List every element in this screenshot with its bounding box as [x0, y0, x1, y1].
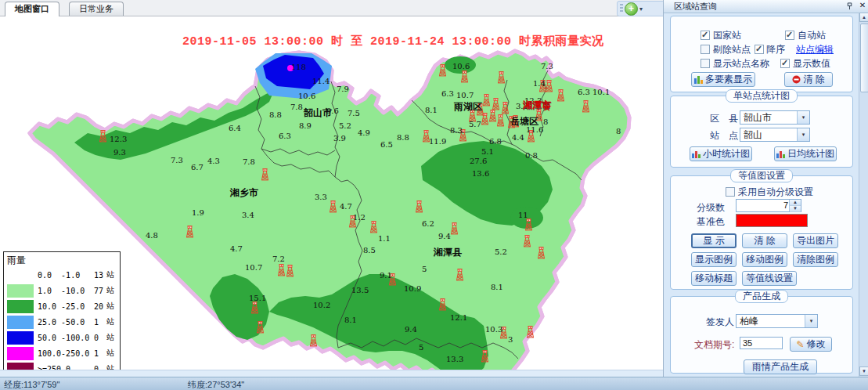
- bar-chart-icon: [776, 150, 785, 158]
- contour-line-settings-button[interactable]: 等值线设置: [742, 271, 797, 286]
- base-color-label: 基准色: [697, 215, 725, 229]
- tab-map-window[interactable]: 地图窗口: [5, 2, 59, 16]
- product-generation-group: 产品生成 签发人 柏峰 ▾ 文档期号: ✎ 修改 雨情产品生成: [670, 296, 853, 374]
- move-legend-button[interactable]: 移动图例: [742, 252, 787, 267]
- legend-title: 雨量: [7, 254, 120, 267]
- legend-row: 1.0 -10.077站: [7, 283, 120, 298]
- daily-chart-button[interactable]: 日均统计图: [774, 146, 837, 161]
- rain-band-25-50: [255, 53, 332, 99]
- display-button[interactable]: 显 示: [691, 233, 737, 248]
- legend-row: 10.0 -25.020站: [7, 298, 120, 314]
- spin-up-icon: ▲: [790, 200, 801, 206]
- legend-swatch: [7, 284, 34, 298]
- station-edit-link[interactable]: 站点编辑: [796, 43, 834, 56]
- legend-row: 0.0 -1.013站: [7, 267, 120, 283]
- spin-down-icon: ▼: [790, 206, 801, 212]
- legend-row: 25.0 -50.01站: [7, 314, 120, 330]
- panel-header: 区域站查询 ✕: [664, 0, 868, 13]
- doc-number-input[interactable]: [740, 337, 783, 349]
- label-auto-station: 自动站: [798, 29, 826, 42]
- pencil-icon: ✎: [796, 339, 804, 350]
- rain-point-100-250: [287, 65, 294, 71]
- label-exclude-station: 剔除站点: [713, 43, 751, 56]
- checkbox-descending[interactable]: [755, 45, 764, 54]
- county-select[interactable]: 韶山市 ▾: [740, 110, 810, 125]
- tab-bar: 地图窗口 日常业务: [0, 0, 663, 16]
- grading-count-stepper[interactable]: 7 ▲ ▼: [736, 199, 801, 212]
- legend-swatch: [7, 269, 34, 282]
- scroll-up-icon[interactable]: ▲: [859, 13, 868, 22]
- county-label: 区 县: [710, 112, 738, 125]
- app-window: 2019-11-05 13:00:00 时 至 2019-11-24 13:00…: [0, 0, 868, 390]
- status-bar: 经度:113°7'59" 纬度:27°53'34": [0, 377, 868, 390]
- multi-element-icon: [694, 75, 703, 84]
- base-color-swatch[interactable]: [736, 214, 808, 227]
- issuer-label: 签发人: [706, 316, 734, 329]
- add-layer-button[interactable]: +: [625, 2, 638, 16]
- clear-legend-button[interactable]: 清除图例: [793, 252, 838, 267]
- map-title: 2019-11-05 13:00:00 时 至 2019-11-24 13:00…: [182, 34, 604, 49]
- station-select[interactable]: 韶山 ▾: [740, 128, 810, 142]
- checkbox-show-station-name[interactable]: [701, 59, 710, 68]
- modify-button[interactable]: ✎ 修改: [790, 337, 832, 352]
- single-station-group: 单站点统计图 区 县 韶山市 ▾ 站 点 韶山 ▾ 小时统计图 日均统计图: [670, 96, 853, 168]
- chevron-down-icon[interactable]: ▾: [797, 128, 809, 141]
- doc-number-label: 文档期号:: [694, 338, 734, 352]
- toolbar-grip-icon: [620, 4, 623, 13]
- station-query-group: 国家站 自动站 剔除站点 降序 站点编辑 显示站点名称 显示数值 多要素显示 清…: [670, 16, 853, 92]
- map-toolbar: + ▾: [617, 1, 667, 16]
- bar-chart-icon: [692, 150, 701, 158]
- map-window[interactable]: 2019-11-05 13:00:00 时 至 2019-11-24 13:00…: [0, 16, 661, 370]
- label-auto-grading: 采用自动分级设置: [738, 186, 813, 199]
- legend-row: 50.0 -100.00站: [7, 330, 120, 345]
- rainfall-legend[interactable]: 雨量 0.0 -1.013站1.0 -10.077站10.0 -25.020站2…: [3, 251, 121, 381]
- export-image-button[interactable]: 导出图片: [793, 233, 838, 248]
- latitude-readout: 纬度:27°53'34": [188, 379, 244, 390]
- tab-daily-business[interactable]: 日常业务: [69, 2, 124, 16]
- legend-swatch: [7, 331, 34, 345]
- longitude-readout: 经度:113°7'59": [4, 379, 59, 390]
- scroll-down-icon[interactable]: ▼: [859, 367, 868, 376]
- single-station-title: 单站点统计图: [726, 89, 798, 103]
- rain-product-generate-button[interactable]: 雨情产品生成: [744, 359, 817, 374]
- clear-stations-button[interactable]: 清 除: [784, 72, 833, 87]
- toolbar-dropdown-icon[interactable]: ▾: [639, 5, 643, 13]
- label-show-station-name: 显示站点名称: [713, 57, 769, 70]
- chevron-down-icon[interactable]: ▾: [805, 315, 817, 327]
- issuer-select[interactable]: 柏峰 ▾: [736, 314, 818, 328]
- legend-swatch: [7, 300, 34, 313]
- chevron-down-icon[interactable]: ▾: [797, 111, 809, 124]
- contour-settings-title: 等值图设置: [730, 169, 793, 182]
- checkbox-auto-grading[interactable]: [726, 187, 735, 197]
- label-national-station: 国家站: [713, 29, 741, 42]
- scrollbar-thumb[interactable]: [860, 23, 868, 92]
- checkbox-auto-station[interactable]: [785, 31, 794, 40]
- close-icon[interactable]: ✕: [858, 1, 867, 9]
- product-generation-title: 产品生成: [735, 290, 788, 303]
- pin-icon[interactable]: [846, 2, 853, 10]
- legend-swatch: [7, 316, 34, 329]
- label-descending: 降序: [766, 43, 785, 56]
- panel-scrollbar[interactable]: ▲ ▼: [859, 13, 868, 377]
- legend-swatch: [7, 347, 34, 360]
- checkbox-exclude-station[interactable]: [701, 45, 710, 54]
- station-label: 站 点: [710, 129, 738, 143]
- hourly-chart-button[interactable]: 小时统计图: [690, 146, 752, 161]
- region-station-panel: 区域站查询 ✕ 国家站 自动站 剔除站点 降序 站点编辑 显示站点名称 显示数值…: [663, 0, 868, 377]
- label-show-values: 显示数值: [793, 57, 830, 70]
- legend-rows: 0.0 -1.013站1.0 -10.077站10.0 -25.020站25.0…: [7, 267, 120, 377]
- checkbox-show-values[interactable]: [780, 59, 790, 68]
- grading-count-label: 分级数: [697, 201, 725, 215]
- panel-title: 区域站查询: [674, 1, 717, 13]
- contour-settings-group: 等值图设置 采用自动分级设置 分级数 7 ▲ ▼ 基准色 显 示 清 除 导出图…: [670, 175, 853, 290]
- multi-element-button[interactable]: 多要素显示: [691, 72, 755, 87]
- clear-button[interactable]: 清 除: [742, 233, 787, 248]
- show-legend-button[interactable]: 显示图例: [691, 252, 737, 267]
- checkbox-national-station[interactable]: [701, 31, 710, 40]
- move-title-button[interactable]: 移动标题: [691, 271, 737, 286]
- legend-row: 100.0-250.01站: [7, 345, 120, 361]
- clear-icon: [792, 75, 801, 84]
